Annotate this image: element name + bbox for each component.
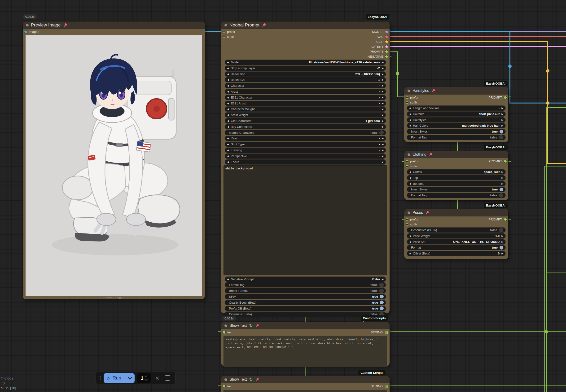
widget-row-format-tag[interactable]: Format Tagfalse [407,193,506,198]
collapse-dot[interactable] [407,211,410,214]
collapse-dot[interactable] [224,24,227,27]
combo-right-arrow[interactable]: ▶ [501,240,503,243]
widget-row-pose-weight[interactable]: ◀Pose Weight1.0▶ [407,233,506,238]
combo-left-arrow[interactable]: ◀ [409,177,411,179]
widget-row-batch-size[interactable]: ◀Batch Size1▶ [225,77,386,82]
combo-left-arrow[interactable]: ◀ [409,124,411,127]
run-button[interactable]: ▷ Run [104,373,125,383]
combo-left-arrow[interactable]: ◀ [409,182,411,185]
input-slot-prefix[interactable]: prefix [221,29,235,34]
toggle-knob[interactable] [500,188,503,191]
combo-right-arrow[interactable]: ▶ [382,161,384,163]
node-header[interactable]: Clothing [404,151,508,158]
input-slot-text[interactable]: text [221,384,233,389]
widget-row-format-tag[interactable]: Format Tagfalse [407,135,506,140]
output-slot-model[interactable]: MODEL [368,29,389,34]
slot-dot[interactable] [406,165,408,168]
widget-row-artist[interactable]: ◀Artist-▶ [225,89,386,94]
toggle-knob[interactable] [499,193,503,197]
combo-left-arrow[interactable]: ◀ [227,67,229,70]
node-header[interactable]: Show Text ↻ [221,322,389,329]
combo-right-arrow[interactable]: ▶ [382,137,384,140]
combo-left-arrow[interactable]: ◀ [227,78,229,81]
toggle-knob[interactable] [500,130,503,134]
combo-left-arrow[interactable]: ◀ [227,126,229,128]
output-slot-latent[interactable]: LATENT [368,44,389,49]
combo-left-arrow[interactable]: ◀ [409,240,411,243]
input-slot-prefix[interactable]: prefix [404,217,418,222]
input-slot-text[interactable]: text [221,330,233,335]
input-slot-images[interactable]: images [23,29,39,34]
combo-right-arrow[interactable]: ▶ [382,78,384,81]
combo-left-arrow[interactable]: ◀ [409,113,411,115]
slot-dot[interactable] [223,385,225,388]
combo-left-arrow[interactable]: ◀ [227,102,229,105]
widget-row-hair-colors[interactable]: ◀Hair Colorsmulticolred dark blue hair▶ [407,123,506,128]
widget-row-descriptive-beta[interactable]: Descriptive (BETA)false [407,227,506,233]
widget-row-mature-characters[interactable]: Mature Charactersfalse [225,130,386,135]
slot-dot[interactable] [385,30,388,33]
widget-row-prefix-qb-beta[interactable]: Prefix QB (Beta)true [225,306,386,311]
combo-right-arrow[interactable]: ▶ [382,67,384,70]
widget-row-haircuts[interactable]: ◀Haircutsshort pixie cut▶ [407,112,506,116]
combo-left-arrow[interactable]: ◀ [409,171,411,173]
collapse-dot[interactable] [26,24,29,27]
combo-right-arrow[interactable]: ▶ [501,252,503,255]
combo-right-arrow[interactable]: ▶ [382,73,384,75]
run-toolbar[interactable]: ▷ Run 1 × [96,372,176,384]
node-hairstyles[interactable]: Hairstyles prefixsuffix PROMPT ◀Length a… [404,87,508,142]
output-slot-prompt[interactable]: PROMPT [488,95,508,100]
node-header[interactable]: Preview Image [23,22,205,29]
combo-left-arrow[interactable]: ◀ [227,120,229,122]
slot-dot[interactable] [406,101,408,104]
stop-button[interactable] [165,375,170,381]
combo-right-arrow[interactable]: ▶ [382,90,384,93]
toggle-knob[interactable] [379,283,384,287]
widget-row-perspective[interactable]: ◀Perspective-▶ [225,154,386,159]
combo-left-arrow[interactable]: ◀ [227,84,229,87]
combo-right-arrow[interactable]: ▶ [382,108,384,110]
output-slot-string[interactable]: STRING [371,330,389,335]
slot-dot[interactable] [385,55,388,58]
combo-left-arrow[interactable]: ◀ [227,73,229,75]
combo-left-arrow[interactable]: ◀ [227,149,229,152]
output-slot-string[interactable]: STRING [371,384,389,389]
node-noobai-prompt[interactable]: Noobai Prompt prefixsuffix MODELVAECLIPL… [221,21,390,314]
combo-right-arrow[interactable]: ▶ [382,114,384,116]
toggle-knob[interactable] [380,307,384,310]
combo-left-arrow[interactable]: ◀ [227,96,229,99]
widget-row-quality-boost-beta[interactable]: Quality Boost (Beta)true [225,300,386,305]
show-text-content[interactable] [223,390,387,392]
input-slot-suffix[interactable]: suffix [404,164,418,169]
toggle-knob[interactable] [500,246,503,250]
node-header[interactable]: Poses [404,209,508,216]
combo-right-arrow[interactable]: ▶ [501,107,503,109]
widget-row-focus[interactable]: ◀Focus-▶ [225,159,386,165]
positive-prompt-textarea[interactable]: white background [223,165,387,275]
node-poses[interactable]: Poses prefixsuffix PROMPT Descriptive (B… [404,209,508,259]
combo-left-arrow[interactable]: ◀ [227,90,229,93]
output-slot-negative[interactable]: NEGATIVE [368,54,389,59]
list-output-icon[interactable] [385,385,388,388]
widget-row-boy-characters[interactable]: ◀Boy Characters-▶ [225,124,386,129]
list-output-icon[interactable] [385,331,388,334]
combo-left-arrow[interactable]: ◀ [227,161,229,163]
toggle-knob[interactable] [499,228,503,232]
combo-left-arrow[interactable]: ◀ [227,137,229,140]
combo-right-arrow[interactable]: ▶ [501,113,503,115]
collapse-dot[interactable] [224,378,227,381]
widget-row-shot-type[interactable]: ◀Shot Type-▶ [225,142,386,147]
batch-count-stepper[interactable]: 1 [137,373,151,383]
combo-right-arrow[interactable]: ▶ [382,149,384,152]
combo-right-arrow[interactable]: ▶ [382,84,384,87]
widget-row-format[interactable]: Formattrue [407,245,506,250]
toggle-knob[interactable] [379,130,384,135]
widget-row-artist-weight[interactable]: ◀Artist Weight-▶ [225,112,386,117]
node-clothing[interactable]: Clothing prefixsuffix PROMPT ◀Outfitsspa… [404,151,508,200]
widget-row-bottoms[interactable]: ◀Bottoms-▶ [407,181,506,186]
widget-row-stop-at-clip-layer[interactable]: ◀Stop at Clip Layer-2▶ [225,66,386,71]
input-slot-suffix[interactable]: suffix [404,100,418,105]
slot-dot[interactable] [385,45,388,48]
slot-dot[interactable] [24,30,27,33]
combo-left-arrow[interactable]: ◀ [227,278,229,280]
